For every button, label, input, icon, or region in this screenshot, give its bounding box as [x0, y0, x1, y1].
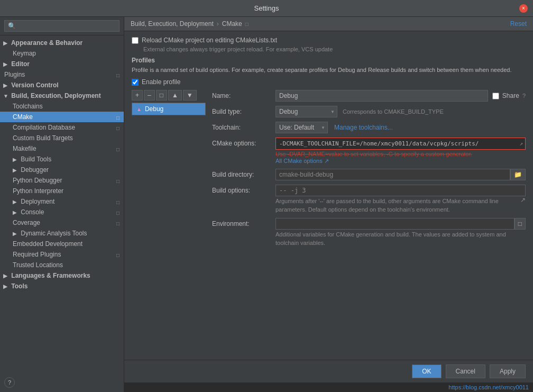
sidebar-item-label: Toolchains [13, 103, 43, 110]
sidebar-item-python-debugger[interactable]: Python Debugger □ [0, 175, 124, 186]
sidebar-item-dynamic-analysis[interactable]: ▶ Dynamic Analysis Tools [0, 228, 124, 239]
build-options-control: ↗ Arguments after '--' are passed to the… [275, 185, 526, 214]
help-button[interactable]: ? [4, 377, 15, 388]
sidebar-item-keymap[interactable]: Keymap [0, 48, 124, 59]
cmake-options-expand-icon[interactable]: ↗ [519, 140, 523, 147]
add-profile-button[interactable]: + [132, 90, 143, 101]
badge-icon: □ [116, 147, 120, 152]
cmake-options-link[interactable]: All CMake options ↗ [275, 158, 329, 164]
sidebar-item-custom-build-targets[interactable]: Custom Build Targets [0, 133, 124, 143]
build-options-label: Build options: [212, 185, 275, 194]
sidebar-item-languages-frameworks[interactable]: ▶ Languages & Frameworks [0, 270, 124, 281]
ok-button[interactable]: OK [412, 364, 441, 378]
cancel-button[interactable]: Cancel [446, 364, 485, 378]
name-input[interactable] [275, 90, 488, 102]
share-checkbox[interactable] [492, 93, 499, 99]
arrow-icon: ▶ [3, 273, 10, 279]
toolchain-control: Use: Default Manage toolchains... [275, 122, 526, 133]
sidebar: ▶ Appearance & Behavior Keymap ▶ Editor … [0, 17, 124, 392]
sidebar-item-cmake[interactable]: CMake □ [0, 112, 124, 122]
reload-cmake-hint: External changes always trigger project … [143, 46, 526, 52]
environment-row: Environment: □ Additional variables for … [212, 218, 526, 247]
close-button[interactable]: × [519, 4, 528, 13]
search-box [0, 17, 124, 35]
build-options-input[interactable] [275, 185, 526, 196]
sidebar-item-makefile[interactable]: Makefile □ [0, 143, 124, 154]
sidebar-item-debugger[interactable]: ▶ Debugger [0, 165, 124, 175]
name-label: Name: [212, 90, 275, 99]
toolchain-select[interactable]: Use: Default [275, 122, 328, 133]
build-options-wrapper: ↗ [275, 185, 526, 196]
sidebar-tree: ▶ Appearance & Behavior Keymap ▶ Editor … [0, 35, 124, 392]
search-input[interactable] [4, 20, 120, 32]
sidebar-item-label: Keymap [13, 50, 36, 57]
sidebar-item-trusted-locations[interactable]: Trusted Locations [0, 260, 124, 270]
sidebar-item-label: Debugger [21, 166, 49, 174]
cmake-options-control: -DCMAKE_TOOLCHAIN_FILE=/home/xmcy0011/da… [275, 138, 526, 165]
sidebar-item-editor[interactable]: ▶ Editor [0, 59, 124, 69]
sidebar-item-build-exec-deploy[interactable]: ▼ Build, Execution, Deployment [0, 90, 124, 101]
sidebar-item-label: Trusted Locations [13, 261, 63, 269]
build-options-row: Build options: ↗ Arguments after '--' ar… [212, 185, 526, 214]
sidebar-item-coverage[interactable]: Coverage □ [0, 217, 124, 228]
cmake-options-row: CMake options: -DCMAKE_TOOLCHAIN_FILE=/h… [212, 138, 526, 165]
badge-icon: □ [116, 72, 120, 78]
build-dir-browse-button[interactable]: 📁 [510, 169, 526, 180]
sidebar-item-embedded-dev[interactable]: Embedded Development [0, 239, 124, 249]
sidebar-item-label: Appearance & Behavior [11, 39, 82, 47]
remove-profile-button[interactable]: – [144, 90, 155, 101]
sidebar-item-deployment[interactable]: ▶ Deployment □ [0, 196, 124, 207]
breadcrumb-icon: □ [245, 21, 249, 27]
profiles-left: + – □ ▲ ▼ ▲ Debug [132, 90, 206, 251]
environment-edit-button[interactable]: □ [514, 218, 526, 230]
sidebar-item-plugins[interactable]: Plugins □ [0, 69, 124, 80]
sidebar-item-version-control[interactable]: ▶ Version Control [0, 80, 124, 90]
sidebar-item-label: Python Interpreter [13, 187, 63, 195]
reset-button[interactable]: Reset [510, 20, 527, 28]
sidebar-item-appearance[interactable]: ▶ Appearance & Behavior [0, 38, 124, 48]
enable-profile-checkbox[interactable] [132, 79, 139, 86]
copy-profile-button[interactable]: □ [156, 90, 167, 101]
name-row-right: Share ? [275, 90, 526, 102]
sidebar-item-label: CMake [13, 113, 33, 121]
manage-toolchains-link[interactable]: Manage toolchains... [334, 124, 393, 131]
sidebar-item-label: Editor [11, 60, 30, 68]
cmake-options-label: CMake options: [212, 138, 275, 147]
sidebar-item-compilation-db[interactable]: Compilation Database □ [0, 122, 124, 133]
breadcrumb-bar: Build, Execution, Deployment › CMake □ R… [124, 17, 533, 31]
badge-icon: □ [116, 125, 120, 131]
build-type-select-row: Debug Release RelWithDebInfo MinSizeRel … [275, 106, 526, 117]
arrow-icon: ▼ [3, 93, 10, 99]
badge-icon: □ [116, 115, 120, 121]
build-type-select[interactable]: Debug Release RelWithDebInfo MinSizeRel [275, 106, 337, 117]
environment-input[interactable] [275, 218, 514, 230]
build-type-label: Build type: [212, 106, 275, 115]
cmake-options-value: -DCMAKE_TOOLCHAIN_FILE=/home/xmcy0011/da… [279, 140, 479, 147]
sidebar-item-toolchains[interactable]: Toolchains [0, 101, 124, 112]
profile-item-debug[interactable]: ▲ Debug [132, 103, 205, 115]
sidebar-item-label: Dynamic Analysis Tools [21, 230, 87, 237]
environment-hint: Additional variables for CMake generatio… [275, 231, 526, 247]
arrow-icon: ▶ [3, 284, 10, 289]
sidebar-item-build-tools[interactable]: ▶ Build Tools [0, 154, 124, 165]
reload-cmake-checkbox[interactable] [132, 37, 139, 44]
sidebar-item-python-interpreter[interactable]: Python Interpreter [0, 186, 124, 196]
move-down-button[interactable]: ▼ [183, 90, 197, 101]
arrow-icon: ▶ [3, 40, 10, 46]
environment-control: □ Additional variables for CMake generat… [275, 218, 526, 247]
build-options-expand-icon[interactable]: ↗ [520, 196, 526, 204]
env-input-row: □ [275, 218, 526, 230]
profiles-description: Profile is a named set of build options.… [132, 66, 526, 74]
share-help-icon[interactable]: ? [522, 93, 526, 99]
move-up-button[interactable]: ▲ [168, 90, 182, 101]
apply-button[interactable]: Apply [490, 364, 526, 378]
sidebar-item-console[interactable]: ▶ Console □ [0, 207, 124, 217]
build-dir-input[interactable] [275, 169, 510, 180]
sidebar-item-label: Embedded Development [13, 240, 82, 248]
profiles-section-label: Profiles [132, 57, 526, 64]
badge-icon: □ [116, 210, 120, 216]
build-dir-label: Build directory: [212, 169, 275, 178]
sidebar-item-label: Build, Execution, Deployment [11, 92, 100, 99]
sidebar-item-required-plugins[interactable]: Required Plugins □ [0, 249, 124, 260]
sidebar-item-tools[interactable]: ▶ Tools [0, 281, 124, 291]
